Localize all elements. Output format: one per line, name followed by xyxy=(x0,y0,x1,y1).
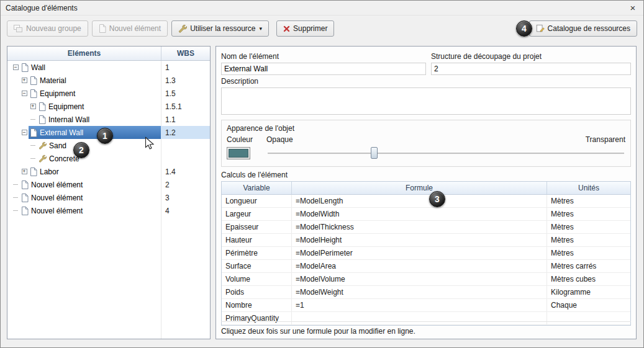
color-swatch xyxy=(229,149,248,158)
tree-row[interactable]: −Wall1 xyxy=(7,61,210,74)
slider-track xyxy=(268,153,624,154)
element-name-label: Nom de l'élément xyxy=(221,52,426,61)
tree-row-element-cell: +Equipment xyxy=(7,100,161,113)
delete-button[interactable]: Supprimer xyxy=(276,20,334,37)
tree-row-element-cell: Nouvel élément xyxy=(7,191,161,204)
calc-formula-cell[interactable]: =ModelVolume xyxy=(291,273,546,285)
appearance-labels: Couleur Opaque Transparent xyxy=(227,135,625,144)
tree-header-elements[interactable]: Eléments xyxy=(7,47,161,60)
calc-table-row[interactable]: Nombre=1Chaque xyxy=(222,299,630,312)
calc-formula-cell[interactable]: =ModelThickness xyxy=(291,221,546,233)
tree-row[interactable]: Internal Wall1.1 xyxy=(7,113,210,126)
slider-thumb[interactable] xyxy=(371,147,378,159)
document-icon xyxy=(39,115,46,124)
expander-icon[interactable]: − xyxy=(11,65,20,70)
wrench-icon xyxy=(39,141,47,149)
mouse-cursor xyxy=(145,136,155,153)
new-group-label: Nouveau groupe xyxy=(26,24,81,33)
tree-item-label: Wall xyxy=(31,63,45,72)
calc-header-variable[interactable]: Variable xyxy=(222,182,291,194)
tree-item-label: Internal Wall xyxy=(48,115,89,124)
document-icon xyxy=(30,128,37,137)
appearance-controls xyxy=(227,146,625,160)
tree-row[interactable]: Nouvel élément2 xyxy=(7,178,210,191)
calc-table-row[interactable]: Epaisseur=ModelThicknessMètres xyxy=(222,221,630,234)
calc-table-row[interactable]: Longueur=ModelLengthMètres xyxy=(222,195,630,208)
calc-table-row[interactable]: Surface=ModelAreaMètres carrés xyxy=(222,260,630,273)
tree-item-label: Nouvel élément xyxy=(31,207,83,215)
tree-item-wbs: 2 xyxy=(161,178,210,191)
calc-formula-cell[interactable]: =1 xyxy=(291,299,546,311)
calc-formula-cell[interactable]: =ModelLength xyxy=(291,195,546,207)
tree-item-label: Labor xyxy=(40,167,59,176)
calc-variable-cell: Hauteur xyxy=(222,234,291,246)
wbs-structure-input[interactable] xyxy=(431,63,631,75)
tree-row[interactable]: Nouvel élément3 xyxy=(7,191,210,204)
calc-formula-cell[interactable]: =ModelHeight xyxy=(291,234,546,246)
tree-item-wbs: 3 xyxy=(161,191,210,204)
resource-catalog-button[interactable]: Catalogue de ressources xyxy=(529,20,637,37)
calc-table-row[interactable]: Poids=ModelWeightKilogramme xyxy=(222,286,630,299)
annotation-badge-3: 3 xyxy=(429,191,445,207)
tree-connector xyxy=(29,119,37,120)
calc-header-formula[interactable]: Formule xyxy=(291,182,546,194)
calc-variable-cell: Nombre xyxy=(222,299,291,311)
calc-variable-cell: Largeur xyxy=(222,208,291,220)
calc-units-cell: Mètres xyxy=(546,221,630,233)
calc-table-row[interactable]: Hauteur=ModelHeightMètres xyxy=(222,234,630,247)
tree-item-label: Nouvel élément xyxy=(31,194,83,202)
new-element-button[interactable]: Nouvel élément xyxy=(92,20,168,37)
calc-table-row[interactable]: Périmètre=ModelPerimeterMètres xyxy=(222,247,630,260)
tree-row-element-cell: −External Wall xyxy=(7,126,161,139)
tree-header: Eléments WBS xyxy=(7,47,210,61)
expander-icon[interactable]: − xyxy=(20,91,29,96)
calc-formula-cell[interactable]: =ModelWidth xyxy=(291,208,546,220)
calc-variable-cell: Poids xyxy=(222,286,291,298)
transparency-slider[interactable] xyxy=(266,146,625,160)
element-name-input[interactable] xyxy=(221,63,426,75)
expander-icon[interactable]: − xyxy=(20,130,29,135)
expander-icon[interactable]: + xyxy=(29,104,37,109)
wrench-icon xyxy=(178,24,187,33)
name-field-group: Nom de l'élément xyxy=(221,50,426,75)
calc-table-row[interactable]: Largeur=ModelWidthMètres xyxy=(222,208,630,221)
tree-row[interactable]: −Equipment1.5 xyxy=(7,87,210,100)
tree-item-wbs: 1.5 xyxy=(161,87,210,100)
calc-units-cell: Mètres xyxy=(546,195,630,207)
close-icon[interactable]: × xyxy=(627,3,638,12)
tree-item-label: External Wall xyxy=(40,128,83,137)
calc-formula-cell[interactable]: =ModelWeight xyxy=(291,286,546,298)
resource-catalog-icon xyxy=(536,24,545,33)
tree-row[interactable]: +Equipment1.5.1 xyxy=(7,100,210,113)
tree-item-label: Equipment xyxy=(40,89,75,98)
calc-formula-cell[interactable]: =ModelArea xyxy=(291,260,546,272)
new-group-button[interactable]: Nouveau groupe xyxy=(7,20,88,37)
tree-row-element-cell: Nouvel élément xyxy=(7,178,161,191)
tree-row[interactable]: Nouvel élément4 xyxy=(7,204,210,217)
tree-item-wbs: 1.5.1 xyxy=(161,100,210,113)
calc-units-cell: Mètres xyxy=(546,247,630,259)
description-textarea[interactable] xyxy=(221,87,631,115)
tree-item-wbs: 4 xyxy=(161,204,210,217)
element-detail-panel: Nom de l'élément Structure de découpage … xyxy=(215,46,637,339)
expander-icon[interactable]: + xyxy=(20,169,29,174)
expander-icon[interactable]: + xyxy=(20,78,29,83)
calc-table-row[interactable]: Volume=ModelVolumeMètres cubes xyxy=(222,273,630,286)
calc-variable-cell: Périmètre xyxy=(222,247,291,259)
annotation-badge-1: 1 xyxy=(97,128,113,144)
color-swatch-button[interactable] xyxy=(227,147,250,159)
tree-row[interactable]: +Material1.3 xyxy=(7,74,210,87)
delete-x-icon xyxy=(283,25,290,32)
calc-header-units[interactable]: Unités xyxy=(546,182,630,194)
document-icon xyxy=(30,76,37,85)
wbs-structure-label: Structure de découpage du projet xyxy=(431,52,631,61)
use-resource-button[interactable]: Utiliser la ressource ▾ xyxy=(171,20,269,37)
calc-formula-cell[interactable]: =ModelPerimeter xyxy=(291,247,546,259)
tree-header-wbs[interactable]: WBS xyxy=(161,47,210,60)
color-label: Couleur xyxy=(227,135,266,144)
tree-row[interactable]: +Labor1.4 xyxy=(7,165,210,178)
document-icon xyxy=(21,207,29,215)
tree-item-wbs: 1.3 xyxy=(161,74,210,87)
annotation-badge-4: 4 xyxy=(516,20,532,37)
tree-row[interactable]: Concrete xyxy=(7,152,210,165)
